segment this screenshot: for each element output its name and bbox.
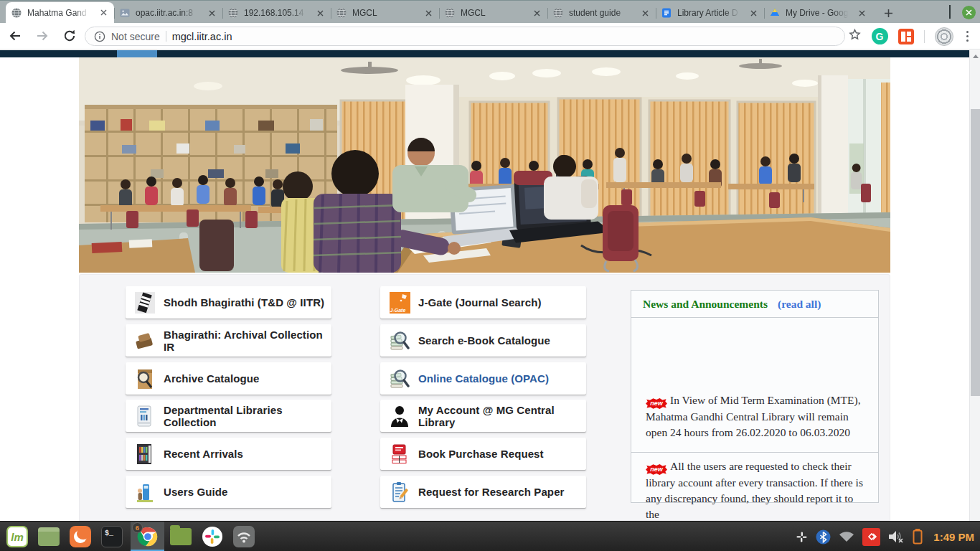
link-archive-catalogue[interactable]: Archive Catalogue (126, 362, 331, 395)
tab-student-guide[interactable]: student guide (547, 3, 656, 23)
tab-close-icon[interactable] (206, 7, 217, 19)
info-icon[interactable] (94, 31, 105, 42)
link-bhagirathi-archival[interactable]: Bhagirathi: Archival Collection IR (126, 324, 331, 357)
close-icon (966, 9, 972, 16)
profile-avatar[interactable] (935, 27, 953, 46)
tab-title: MGCL (352, 8, 418, 18)
globe-icon (336, 7, 347, 19)
orange-extension-icon[interactable] (898, 29, 914, 44)
slack-icon (202, 526, 223, 547)
terminal-launcher[interactable]: $_ (100, 525, 123, 548)
desktop-icon (38, 527, 60, 546)
page-scrollbar[interactable] (969, 50, 980, 521)
browser-menu-button[interactable] (963, 28, 972, 45)
link-jgate[interactable]: J-Gate J-Gate (Journal Search) (380, 286, 586, 319)
back-button[interactable] (3, 25, 27, 47)
new-badge: new (646, 398, 667, 409)
slack-launcher[interactable] (201, 525, 224, 548)
anydesk-tray-icon[interactable] (862, 528, 880, 546)
network-launcher[interactable] (232, 525, 255, 548)
tab-close-icon[interactable] (314, 7, 326, 19)
tab-title: student guide (569, 8, 634, 18)
link-recent-arrivals[interactable]: Recent Arrivals (126, 438, 331, 470)
link-book-purchase[interactable]: Book Purchase Request (380, 438, 586, 470)
scroll-up-arrow-icon[interactable] (970, 50, 980, 62)
news-item-text: In View of Mid Term Examination (MTE), M… (646, 394, 861, 438)
tab-mgcl-2[interactable]: MGCL (439, 3, 547, 23)
quicklink-label: Shodh Bhagirathi (T&D @ IITR) (164, 296, 324, 309)
globe-icon (11, 7, 22, 19)
files-launcher[interactable] (169, 525, 192, 548)
news-item-text: All the users are requested to check the… (646, 460, 863, 520)
scrollbar-thumb[interactable] (971, 109, 980, 396)
quicklink-label: Departmental Libraries Collection (164, 404, 331, 428)
new-tab-button[interactable] (878, 3, 898, 23)
quicklink-label: Recent Arrivals (164, 448, 243, 460)
jgate-icon: J-Gate (389, 291, 410, 314)
volume-muted-tray-icon[interactable] (887, 529, 905, 545)
red-book-icon (389, 443, 410, 466)
tab-google-drive[interactable]: My Drive - Goog (764, 3, 872, 23)
globe-icon (227, 7, 239, 19)
firefox-launcher[interactable] (69, 525, 92, 548)
new-books-shelf-icon (134, 443, 156, 466)
quicklink-label: Bhagirathi: Archival Collection IR (164, 329, 331, 353)
tab-title: Mahatma Gand (27, 8, 93, 18)
tab-mahatma-gandhi-library[interactable]: Mahatma Gand (6, 2, 114, 23)
taskbar-clock[interactable]: 1:49 PM (930, 531, 974, 543)
news-read-all-link[interactable]: (read all) (778, 298, 821, 311)
new-badge: new (646, 464, 667, 475)
link-ebook-catalogue[interactable]: Search e-Book Catalogue (380, 324, 586, 357)
link-research-paper-request[interactable]: Request for Research Paper (380, 476, 586, 508)
link-shodh-bhagirathi[interactable]: Shodh Bhagirathi (T&D @ IITR) (126, 286, 331, 319)
bluetooth-tray-icon[interactable] (816, 529, 831, 545)
tab-close-icon[interactable] (748, 7, 759, 19)
docs-icon (661, 7, 672, 19)
reload-button[interactable] (57, 25, 82, 47)
quicklink-label: Users Guide (164, 486, 227, 498)
globe-icon (444, 7, 456, 19)
news-item: newIn View of Mid Term Examination (MTE)… (631, 387, 878, 453)
window-close-button[interactable] (962, 6, 976, 19)
link-opac[interactable]: Online Catalogue (OPAC) (380, 362, 586, 395)
system-tray: 1:49 PM (795, 522, 974, 551)
image-icon (119, 7, 131, 19)
drive-icon (769, 7, 781, 19)
mint-menu-button[interactable]: lm (6, 525, 29, 548)
grammarly-extension-icon[interactable]: G (872, 28, 888, 44)
tab-ip-address[interactable]: 192.168.105.14 (222, 3, 331, 23)
tab-mgcl-1[interactable]: MGCL (331, 3, 439, 23)
tab-close-icon[interactable] (531, 7, 542, 19)
bookmark-star-button[interactable] (848, 28, 862, 44)
tab-close-icon[interactable] (98, 7, 109, 19)
quicklink-label: Book Purchase Request (418, 448, 544, 460)
archival-box-icon (134, 329, 156, 352)
link-my-account[interactable]: My Account @ MG Central Library (380, 400, 586, 432)
mint-logo-icon: lm (6, 526, 28, 547)
taskbar: lm $_ 6 (0, 521, 980, 551)
address-bar[interactable]: Not secure mgcl.iitr.ac.in (85, 27, 845, 46)
forward-button[interactable] (30, 25, 55, 47)
omnibox-divider (166, 31, 166, 42)
reload-icon (62, 29, 77, 43)
tab-opac[interactable]: opac.iitr.ac.in:8 (114, 3, 222, 23)
tab-close-icon[interactable] (423, 7, 434, 19)
quicklink-label: Archive Catalogue (164, 372, 259, 385)
show-desktop-button[interactable] (37, 525, 60, 548)
slack-tray-icon[interactable] (795, 530, 809, 544)
link-departmental-libraries[interactable]: Departmental Libraries Collection (126, 400, 331, 432)
tab-close-icon[interactable] (639, 7, 651, 19)
tab-title: 192.168.105.14 (244, 8, 309, 18)
browser-tab-strip: Mahatma Gand opac.iitr.ac.in:8 192.168.1… (0, 0, 980, 23)
firefox-icon (70, 526, 91, 547)
back-arrow-icon (8, 29, 22, 43)
tab-close-icon[interactable] (856, 7, 867, 19)
restore-button[interactable] (949, 6, 951, 19)
tab-library-article[interactable]: Library Article D (656, 3, 764, 23)
battery-tray-icon[interactable] (912, 528, 923, 545)
library-photo (79, 57, 890, 273)
link-users-guide[interactable]: Users Guide (126, 476, 331, 508)
quicklink-label: J-Gate (Journal Search) (418, 296, 542, 309)
bookshelf-icon (134, 405, 156, 428)
wifi-tray-icon[interactable] (838, 529, 855, 544)
